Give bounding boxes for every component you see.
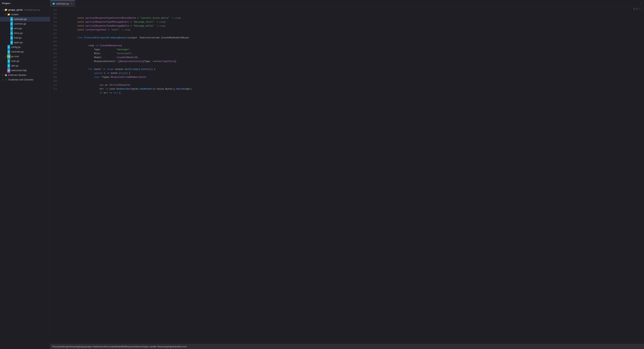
line-num-158: 158	[52, 36, 57, 40]
tree-arrow-empty8	[4, 50, 7, 53]
sidebar-item-scratches[interactable]: ≡ Scratches and Consoles	[0, 77, 50, 82]
warning-down-arrow[interactable]: ↓	[641, 8, 642, 10]
code-line-170: err := json.NewDecoder(bytes.NewReader(v…	[60, 83, 644, 87]
tree-label-scratches: Scratches and Consoles	[8, 78, 34, 82]
sidebar-item-common-go[interactable]: go common.go	[0, 22, 50, 26]
tree-label-error-go: error.go	[14, 27, 22, 31]
code-line-161: Role: "assistant",	[60, 48, 644, 52]
code-content: 151 152 153 154 155 156 157 158 159 160 …	[50, 7, 644, 344]
code-line-159: resp := Claude3Response{	[60, 40, 644, 44]
line-num-154: 154	[52, 20, 57, 24]
tree-arrow-empty10	[4, 64, 7, 67]
tree-label-types-go: types.go	[14, 41, 23, 45]
tree-arrow-gomod-icon	[4, 55, 7, 58]
scratches-icon: ≡	[4, 78, 8, 81]
line-num-151: 151	[52, 8, 57, 12]
sidebar-header: Project ▾	[0, 0, 50, 7]
go-file-icon4: go	[10, 32, 13, 35]
code-editor[interactable]: ⚠ 1 ↑ ↓ 151 152 153 154 155 156 157 158 …	[50, 7, 644, 344]
sidebar-item-utils-go[interactable]: go utils.go	[0, 64, 50, 68]
project-title: Project	[2, 2, 10, 5]
sidebar-item-load-go[interactable]: go load.go	[0, 36, 50, 40]
sidebar-item-goapp-genai[interactable]: 📁 goapp_genai ~/GolandProjects/g	[0, 8, 50, 12]
code-lines: const partialResponseTypeContentBlockDel…	[59, 7, 644, 344]
go-file-icon9: go	[7, 60, 10, 63]
warning-icon: ⚠	[633, 8, 635, 10]
warning-up-arrow[interactable]: ↑	[639, 8, 640, 10]
sidebar-item-models[interactable]: 📁 models	[0, 12, 50, 17]
tab-anthropic-go[interactable]: go anthropic.go ✕	[50, 0, 75, 7]
go-file-icon2: go	[10, 22, 13, 26]
sidebar-tree: 📁 goapp_genai ~/GolandProjects/g 📁 model…	[0, 7, 50, 349]
tree-arrow-empty3	[7, 27, 10, 30]
tree-label-llama-go: llama.go	[14, 31, 23, 35]
sidebar-item-error-go[interactable]: go error.go	[0, 26, 50, 31]
code-line-169: var pr PartialResponse	[60, 79, 644, 83]
code-line-157: func ProcessAnthropicStreamingOutput(out…	[60, 32, 644, 36]
sidebar-item-external-libraries[interactable]: 📚 External Libraries	[0, 73, 50, 77]
tree-label-main-go: main.go	[11, 59, 19, 63]
sidebar-item-controller-go[interactable]: go controller.go	[0, 50, 50, 54]
mod-file-icon: mod	[7, 55, 10, 58]
line-num-168: 168	[52, 75, 57, 79]
code-line-165: for event := range output.GetStream().Ev…	[60, 64, 644, 67]
tabs-bar: go anthropic.go ✕ ⋮	[50, 0, 644, 7]
line-num-163: 163	[52, 56, 57, 60]
tree-label-go-mod: go.mod	[11, 55, 19, 58]
line-num-162: 162	[52, 52, 57, 56]
code-line-160: Type: "message",	[60, 44, 644, 48]
status-bar-text: ProcessAnthropicStreamingOutput(output *…	[52, 345, 187, 348]
warning-count: 1	[636, 8, 638, 10]
tree-arrow-models-icon	[4, 13, 7, 16]
tree-arrow-extlib-icon	[2, 74, 4, 77]
go-file-icon3: go	[10, 27, 13, 30]
tree-label-config-go: config.go	[11, 45, 20, 49]
sidebar-item-types-go[interactable]: go types.go	[0, 40, 50, 45]
go-file-icon5: go	[10, 36, 13, 40]
go-file-icon6: go	[10, 41, 13, 44]
code-line-162: Model: claudeV3ModelID,	[60, 52, 644, 56]
line-num-169: 169	[52, 79, 57, 83]
sidebar-item-main-go[interactable]: go main.go	[0, 59, 50, 64]
sidebar-item-websocket-http[interactable]: API websocket.http	[0, 68, 50, 73]
line-num-161: 161	[52, 48, 57, 52]
tree-label-anthropic-go: anthropic.go	[14, 17, 27, 21]
line-num-156: 156	[52, 28, 57, 32]
tree-arrow-empty	[7, 18, 10, 21]
tree-label-load-go: load.go	[14, 36, 22, 40]
tree-arrow-icon	[2, 9, 4, 11]
line-numbers: 151 152 153 154 155 156 157 158 159 160 …	[50, 7, 59, 344]
editor-outer: go anthropic.go ✕ ⋮ ⚠ 1 ↑ ↓ 151 152 153	[50, 0, 644, 349]
tab-close-button[interactable]: ✕	[70, 2, 73, 5]
tree-label-utils-go: utils.go	[11, 64, 18, 68]
tabs-more-button[interactable]: ⋮	[638, 0, 644, 7]
line-num-159: 159	[52, 40, 57, 44]
line-num-160: 160	[52, 44, 57, 48]
tree-arrow-scratch-icon	[2, 78, 4, 81]
external-libraries-icon: 📚	[4, 74, 8, 77]
sidebar: Project ▾ 📁 goapp_genai ~/GolandProjects…	[0, 0, 50, 349]
line-num-170: 170	[52, 83, 57, 87]
models-folder-icon: 📁	[7, 13, 10, 16]
line-num-152: 152	[52, 12, 57, 16]
tree-label-controller-go: controller.go	[11, 50, 24, 54]
folder-icon: 📁	[4, 8, 8, 12]
sidebar-item-llama-go[interactable]: go llama.go	[0, 31, 50, 36]
sidebar-item-go-mod[interactable]: mod go.mod	[0, 54, 50, 59]
go-file-icon: go	[10, 18, 13, 21]
warning-bar: ⚠ 1 ↑ ↓	[631, 7, 644, 11]
line-num-166: 166	[52, 67, 57, 71]
api-file-icon: API	[7, 69, 10, 72]
sidebar-item-anthropic-go[interactable]: go anthropic.go	[0, 17, 50, 22]
sidebar-item-config-go[interactable]: go config.go	[0, 45, 50, 50]
tree-arrow-empty6	[7, 41, 10, 44]
tree-arrow-empty2	[7, 23, 10, 25]
tree-label-models: models	[11, 13, 18, 17]
status-bar: ProcessAnthropicStreamingOutput(output *…	[50, 344, 644, 349]
tab-label-anthropic-go: anthropic.go	[56, 2, 69, 5]
code-line-167: case *types.ResponseStreamMemberChunk:	[60, 71, 644, 75]
line-num-164: 164	[52, 60, 57, 64]
tree-arrow-empty5	[7, 36, 10, 39]
line-num-157: 157	[52, 32, 57, 36]
code-line-163: ResponseContent: []ResponseContent{{Type…	[60, 56, 644, 60]
